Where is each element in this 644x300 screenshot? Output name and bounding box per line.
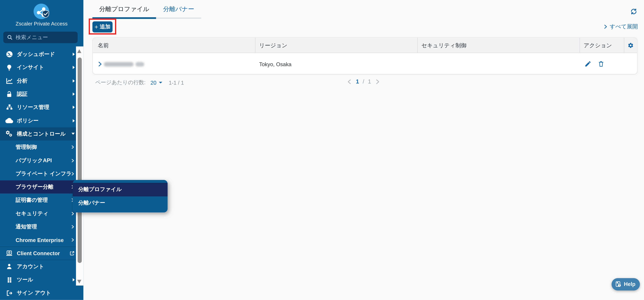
sidebar-item-dashboard[interactable]: ダッシュボード [0,48,76,61]
column-header-actions: アクション [584,38,612,53]
page-separator: / [363,78,364,85]
chevron-right-icon [70,158,74,162]
sidebar: Zscaler Private Access 検索メニュー ダッシュボード [0,0,83,300]
gears-icon [5,130,13,138]
previous-page-chevron-icon[interactable] [346,78,352,84]
redacted-profile-name [136,62,144,66]
tab-isolation-profile[interactable]: 分離プロファイル [92,5,156,13]
search-placeholder: 検索メニュー [16,34,48,41]
sidebar-item-admin-control[interactable]: 管理制御 [0,140,76,154]
sidebar-item-policy[interactable]: ポリシー [0,114,76,128]
active-tab-underline [92,17,156,19]
chevron-right-icon [72,53,74,56]
search-input[interactable]: 検索メニュー [3,32,78,43]
column-divider [580,38,580,53]
next-page-chevron-icon[interactable] [375,78,380,84]
sidebar-item-browser-isolation[interactable]: ブラウザー分離 [0,180,76,194]
table-header-row: 名前 リージョン セキュリティ制御 アクション [93,38,637,53]
sidebar-item-insights[interactable]: インサイト [0,61,76,74]
table-row: Tokyo, Osaka [93,54,637,74]
app-title: Zscaler Private Access [0,21,83,27]
current-page-number: 1 [356,78,359,85]
chart-line-icon [5,77,13,85]
column-divider [624,38,624,53]
chevron-right-icon [72,278,74,282]
zscaler-logo-icon [33,3,50,21]
sidebar-item-authentication[interactable]: 認証 [0,88,76,101]
sign-out-icon [5,289,13,297]
person-icon [5,263,13,270]
sidebar-item-resource-management[interactable]: リソース管理 [0,101,76,114]
chevron-right-icon [70,225,74,229]
table-settings-gear-icon[interactable] [628,42,634,48]
column-header-security-controls: セキュリティ制御 [422,38,466,53]
sidebar-item-client-connector[interactable]: Client Connector [0,247,76,260]
total-pages: 1 [368,78,371,85]
gauge-icon [5,50,13,58]
app-window: Zscaler Private Access 検索メニュー ダッシュボード [0,0,644,300]
sidebar-scrollbar[interactable] [76,46,83,286]
sidebar-item-configuration-control[interactable]: 構成とコントロール [0,127,76,140]
flyout-item-isolation-banner[interactable]: 分離バナー [72,196,167,210]
tab-isolation-banner[interactable]: 分離バナー [156,5,201,13]
svg-text:?: ? [619,284,620,287]
redacted-profile-name [104,62,134,66]
sidebar-item-tools[interactable]: ツール [0,273,76,286]
unlock-icon [5,90,13,98]
refresh-icon[interactable] [630,8,637,15]
chevron-right-icon [72,92,74,96]
add-button[interactable]: + 追加 [92,21,112,32]
row-expand-chevron-icon[interactable] [97,61,102,67]
edit-pencil-icon[interactable] [584,60,592,67]
scroll-up-arrow-icon[interactable] [77,49,82,53]
sidebar-item-account[interactable]: アカウント [0,260,76,273]
chevron-right-icon [70,238,74,242]
grid-icon [5,276,13,284]
scroll-down-arrow-icon[interactable] [77,280,82,284]
chevron-right-icon [72,79,74,82]
column-divider [417,38,418,53]
chevron-right-icon [70,145,74,149]
sidebar-item-private-infrastructure[interactable]: プライベート インフラ... [0,167,76,180]
help-button[interactable]: ? Help [612,278,640,290]
sidebar-item-security[interactable]: セキュリティ [0,207,76,220]
search-icon [7,34,13,40]
delete-trash-icon[interactable] [598,60,605,67]
chevron-right-icon [70,172,74,176]
scrollbar-thumb[interactable] [78,58,82,263]
sidebar-menu: ダッシュボード インサイト 分析 [0,48,76,300]
column-header-name: 名前 [98,38,109,53]
isolation-profiles-table: 名前 リージョン セキュリティ制御 アクション Tokyo, Osaka [92,37,638,74]
sidebar-item-public-api[interactable]: パブリックAPI [0,154,76,167]
laptop-icon [5,250,13,257]
chevron-down-icon [71,133,74,135]
chevron-right-icon [72,66,74,69]
help-icon: ? [615,281,622,288]
sidebar-item-chrome-enterprise[interactable]: Chrome Enterprise [0,234,76,247]
chevron-right-icon [603,24,608,29]
lightbulb-icon [5,64,13,72]
sidebar-item-certificate-management[interactable]: 証明書の管理 [0,194,76,207]
expand-all-link[interactable]: すべて展開 [603,23,638,30]
flyout-item-isolation-profile[interactable]: 分離プロファイル [72,183,167,196]
help-label: Help [624,281,635,287]
row-region-value: Tokyo, Osaka [259,61,292,67]
sidebar-item-analytics[interactable]: 分析 [0,74,76,88]
column-divider [255,38,256,53]
external-link-icon [69,251,74,256]
sidebar-item-notification-management[interactable]: 通知管理 [0,220,76,234]
plus-icon: + [94,24,98,30]
column-header-region: リージョン [259,38,288,53]
chevron-right-icon [72,106,74,109]
browser-isolation-flyout: 分離プロファイル 分離バナー [72,180,167,212]
sitemap-icon [5,104,13,111]
chevron-right-icon [72,119,74,122]
cloud-icon [5,117,13,124]
chevron-right-icon [70,212,74,216]
page-navigation: 1 / 1 [83,78,644,85]
sidebar-item-sign-out[interactable]: サイン アウト [0,286,76,300]
tab-divider [156,18,201,18]
